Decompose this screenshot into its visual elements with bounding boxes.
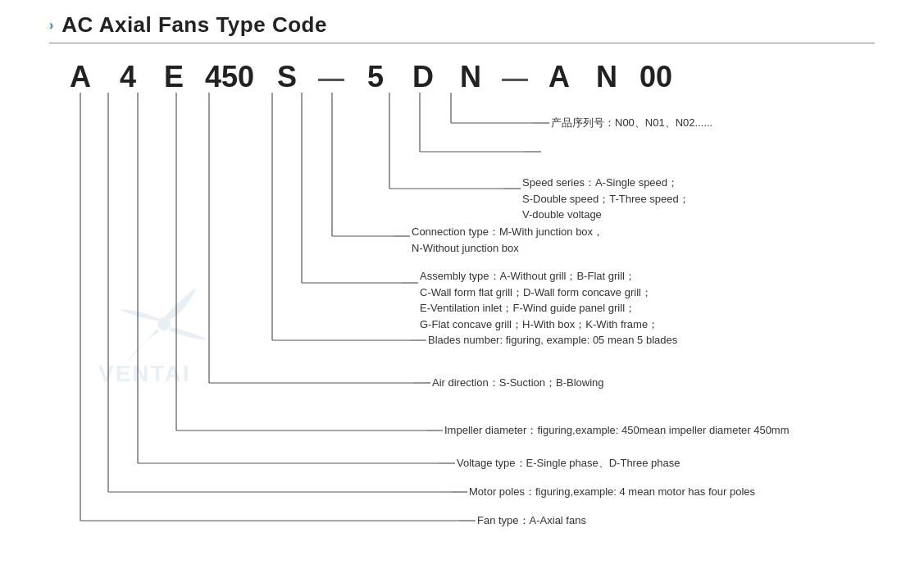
label-air-direction: Air direction：S-Suction；B-Blowing: [432, 375, 604, 391]
diagram-area: VENTAI .line { stroke: #555; stroke-widt…: [49, 86, 875, 570]
title-row: › AC Axial Fans Type Code: [49, 12, 875, 38]
label-fan-type: Fan type：A-Axial fans: [477, 512, 586, 529]
label-motor-poles: Motor poles：figuring,example: 4 mean mot…: [469, 484, 755, 500]
label-blades: Blades number: figuring, example: 05 mea…: [428, 332, 677, 348]
label-speed-series: Speed series：A-Single speed； S-Double sp…: [522, 175, 690, 223]
label-product-series: 产品序列号：N00、N01、N02......: [551, 115, 712, 131]
label-assembly-type: Assembly type：A-Without grill；B-Flat gri…: [420, 268, 658, 332]
label-voltage: Voltage type：E-Single phase、D-Three phas…: [457, 455, 680, 471]
title-divider: [49, 43, 875, 43]
label-connection-type: Connection type：M-With junction box， N-W…: [412, 224, 603, 256]
label-impeller: Impeller diameter：figuring,example: 450m…: [444, 422, 790, 439]
title-chevron-icon: ›: [49, 18, 53, 33]
page-title: AC Axial Fans Type Code: [61, 12, 327, 38]
